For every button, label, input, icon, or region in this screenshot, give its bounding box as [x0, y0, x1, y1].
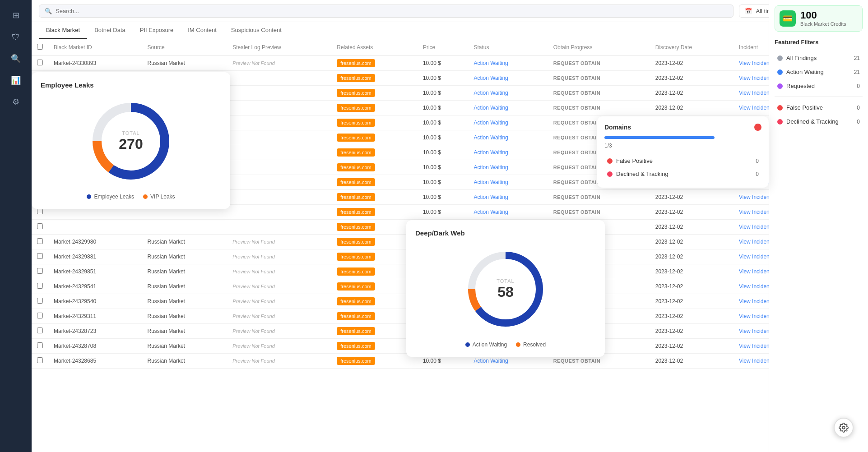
domains-progress-bar [604, 136, 715, 139]
tab-black-market[interactable]: Black Market [39, 22, 87, 39]
filter-declined-tracking[interactable]: Declined & Tracking 0 [775, 115, 863, 129]
cell-asset[interactable]: fresenius.com [331, 264, 418, 279]
row-checkbox[interactable] [37, 60, 43, 65]
credits-number: 100 [800, 10, 846, 20]
cell-id: Market-24328685 [48, 354, 142, 369]
cell-price: 10.00 $ [418, 56, 469, 71]
cell-asset[interactable]: fresenius.com [331, 205, 418, 220]
row-checkbox[interactable] [37, 313, 43, 318]
select-all-checkbox[interactable] [37, 44, 43, 50]
domains-filter-declined[interactable]: Declined & Tracking 0 [604, 167, 761, 180]
domains-dot-fp [607, 158, 613, 164]
cell-asset[interactable]: fresenius.com [331, 339, 418, 354]
row-checkbox[interactable] [37, 327, 43, 333]
search-input[interactable] [56, 8, 728, 14]
cell-asset[interactable]: fresenius.com [331, 115, 418, 130]
cell-obtain[interactable]: REQUEST OBTAIN [548, 101, 650, 115]
right-sidebar: 💳 100 Black Market Credits Featured Filt… [769, 0, 868, 452]
tab-suspicious-content[interactable]: Suspicious Content [224, 22, 289, 39]
cell-asset[interactable]: fresenius.com [331, 249, 418, 264]
col-related-assets: Related Assets [331, 39, 418, 56]
cell-asset[interactable]: fresenius.com [331, 354, 418, 369]
cell-status: Action Waiting [468, 130, 548, 145]
filter-requested[interactable]: Requested 0 [775, 79, 863, 93]
row-checkbox[interactable] [37, 253, 43, 259]
cell-asset[interactable]: fresenius.com [331, 175, 418, 190]
cell-asset[interactable]: fresenius.com [331, 279, 418, 294]
tabs: Black Market Botnet Data PII Exposure IM… [32, 22, 868, 39]
cell-date: 2023-12-02 [650, 86, 733, 101]
cell-date: 2023-12-02 [650, 101, 733, 115]
tab-im-content[interactable]: IM Content [181, 22, 224, 39]
filter-dot-action [777, 69, 783, 75]
row-checkbox[interactable] [37, 342, 43, 348]
cell-source: Russian Market [142, 339, 227, 354]
nav-chart-icon[interactable]: 📊 [8, 72, 24, 88]
cell-asset[interactable]: fresenius.com [331, 190, 418, 205]
cell-status: Action Waiting [468, 115, 548, 130]
row-checkbox[interactable] [37, 283, 43, 289]
filter-dot-requested [777, 83, 783, 89]
domains-filter-fp[interactable]: False Positive 0 [604, 154, 761, 167]
row-checkbox[interactable] [37, 238, 43, 244]
nav-settings-icon[interactable]: ⚙ [8, 94, 24, 110]
filter-label-all: All Findings [786, 55, 817, 61]
cell-obtain[interactable]: REQUEST OBTAIN [548, 190, 650, 205]
cell-status: Action Waiting [468, 145, 548, 160]
cell-obtain[interactable]: REQUEST OBTAIN [548, 86, 650, 101]
tab-botnet-data[interactable]: Botnet Data [87, 22, 133, 39]
col-status: Status [468, 39, 548, 56]
cell-asset[interactable]: fresenius.com [331, 86, 418, 101]
cell-preview: Preview Not Found [227, 294, 331, 309]
cell-status: Action Waiting [468, 56, 548, 71]
cell-source: Russian Market [142, 56, 227, 71]
cell-asset[interactable]: fresenius.com [331, 56, 418, 71]
deep-web-title: Deep/Dark Web [415, 229, 596, 237]
cell-asset[interactable]: fresenius.com [331, 235, 418, 249]
cell-asset[interactable]: fresenius.com [331, 324, 418, 339]
filter-action-waiting[interactable]: Action Waiting 21 [775, 65, 863, 79]
cell-obtain[interactable]: REQUEST OBTAIN [548, 71, 650, 86]
credits-label: Black Market Credits [800, 21, 846, 27]
nav-search-icon[interactable]: 🔍 [8, 51, 24, 67]
settings-fab[interactable] [834, 418, 854, 438]
cell-obtain[interactable]: REQUEST OBTAIN [548, 205, 650, 220]
filter-false-positive[interactable]: False Positive 0 [775, 101, 863, 115]
cell-obtain[interactable]: REQUEST OBTAIN [548, 56, 650, 71]
cell-status: Action Waiting [468, 190, 548, 205]
cell-date: 2023-12-02 [650, 205, 733, 220]
cell-asset[interactable]: fresenius.com [331, 309, 418, 324]
row-checkbox[interactable] [37, 298, 43, 304]
employee-leaks-card: Employee Leaks TOTAL 270 Employee Leaks … [32, 72, 230, 209]
domains-close-button[interactable] [754, 124, 761, 131]
cell-asset[interactable]: fresenius.com [331, 294, 418, 309]
cell-asset[interactable]: fresenius.com [331, 130, 418, 145]
cell-price: 10.00 $ [418, 160, 469, 175]
col-obtain: Obtain Progress [548, 39, 650, 56]
cell-asset[interactable]: fresenius.com [331, 220, 418, 235]
cell-asset[interactable]: fresenius.com [331, 160, 418, 175]
nav-home-icon[interactable]: ⊞ [8, 7, 24, 23]
row-checkbox[interactable] [37, 268, 43, 274]
employee-leaks-total: 270 [119, 136, 143, 152]
cell-id: Market-24330893 [48, 56, 142, 71]
row-checkbox[interactable] [37, 223, 43, 229]
filter-all-findings[interactable]: All Findings 21 [775, 51, 863, 65]
cell-status: Action Waiting [468, 86, 548, 101]
cell-status: Action Waiting [468, 205, 548, 220]
employee-leaks-donut: TOTAL 270 [41, 96, 221, 186]
cell-status: Action Waiting [468, 101, 548, 115]
nav-shield-icon[interactable]: 🛡 [8, 29, 24, 45]
row-checkbox[interactable] [37, 208, 43, 214]
top-bar: 🔍 📅 All time ✕ ⬇ ✕ ← ✓ [32, 0, 868, 22]
row-checkbox[interactable] [37, 357, 43, 363]
tab-pii-exposure[interactable]: PII Exposure [133, 22, 181, 39]
cell-asset[interactable]: fresenius.com [331, 101, 418, 115]
search-box[interactable]: 🔍 [39, 5, 733, 18]
cell-asset[interactable]: fresenius.com [331, 145, 418, 160]
filter-label-declined: Declined & Tracking [786, 118, 839, 125]
cell-date: 2023-12-02 [650, 294, 733, 309]
cell-preview [227, 115, 331, 130]
cell-asset[interactable]: fresenius.com [331, 71, 418, 86]
employee-leaks-total-label: TOTAL [119, 130, 143, 136]
